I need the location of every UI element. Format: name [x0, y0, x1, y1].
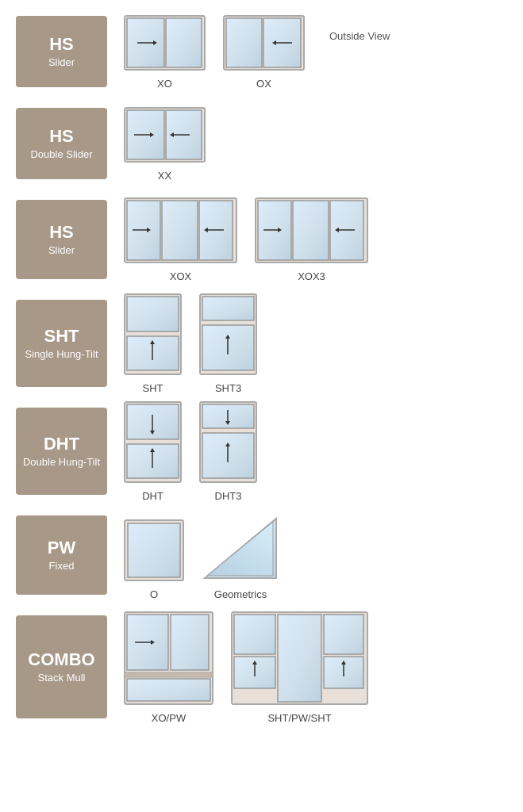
- row-combo: COMBO Stack Mull XO/PW: [16, 607, 507, 726]
- svg-rect-58: [128, 523, 180, 577]
- label-sht: SHT: [143, 382, 163, 394]
- row-sht: SHT Single Hung-Tilt SHT: [16, 292, 507, 395]
- row-hs-slider-3: HS Slider XOX: [16, 192, 507, 287]
- label-sht3: SHT3: [215, 382, 241, 394]
- label-o: O: [150, 588, 158, 600]
- svg-rect-39: [202, 297, 254, 320]
- diagram-sht: SHT: [123, 293, 183, 394]
- svg-rect-21: [162, 201, 198, 260]
- label-hs-slider-3: HS Slider: [16, 200, 107, 279]
- row-pw: PW Fixed O Geometrics: [16, 508, 507, 603]
- label-sub: Double Slider: [30, 148, 92, 162]
- svg-rect-6: [226, 18, 262, 67]
- label-sub: Single Hung-Tilt: [25, 348, 98, 362]
- label-ox: OX: [256, 78, 271, 90]
- window-xox3-svg: [254, 197, 369, 264]
- label-dht: DHT Double Hung-Tilt: [16, 408, 107, 495]
- label-xox: XOX: [170, 270, 191, 282]
- window-dht-svg: [123, 400, 183, 484]
- window-dht3-svg: [198, 400, 258, 484]
- svg-rect-66: [125, 672, 213, 677]
- outside-view-label: Outside View: [329, 14, 390, 42]
- label-main: HS: [49, 126, 74, 147]
- label-geometrics: Geometrics: [214, 588, 267, 600]
- window-sht-svg: [123, 293, 183, 376]
- label-main: PW: [48, 538, 75, 558]
- window-combo-sht-pw-sht-svg: [230, 611, 369, 706]
- diagram-sht3: SHT3: [198, 293, 258, 394]
- diagram-xox: XOX: [123, 197, 238, 282]
- diagrams-dht: DHT DHT3: [107, 400, 507, 502]
- label-main: COMBO: [28, 649, 94, 670]
- diagram-combo-sht-pw-sht: SHT/PW/SHT: [230, 611, 369, 724]
- label-dht: DHT: [142, 490, 163, 502]
- diagram-xx: XX: [123, 106, 206, 182]
- diagrams-sht: SHT SHT3: [107, 293, 507, 394]
- window-xox-svg: [123, 197, 238, 264]
- label-main: SHT: [44, 326, 79, 347]
- svg-rect-29: [293, 201, 329, 260]
- window-xo-svg: [123, 14, 206, 71]
- svg-rect-65: [171, 615, 209, 670]
- diagrams-combo: XO/PW SHT/PW/SHT: [107, 611, 507, 724]
- label-sub: Slider: [48, 56, 75, 70]
- svg-rect-4: [166, 18, 202, 67]
- row-dht: DHT Double Hung-Tilt DHT: [16, 400, 507, 503]
- label-sub: Fixed: [49, 560, 75, 573]
- label-xo: XO: [157, 78, 172, 90]
- label-hs-double-slider: HS Double Slider: [16, 108, 107, 179]
- window-fixed-svg: [123, 519, 185, 582]
- label-combo-sht-pw-sht: SHT/PW/SHT: [267, 712, 331, 724]
- label-sht: SHT Single Hung-Tilt: [16, 300, 107, 387]
- svg-marker-60: [207, 522, 273, 576]
- row-hs-slider: HS Slider XO: [16, 8, 507, 95]
- svg-rect-73: [278, 615, 321, 702]
- label-sub: Slider: [48, 244, 75, 258]
- diagrams-hs-double-slider: XX: [107, 106, 507, 182]
- svg-rect-34: [127, 297, 179, 331]
- svg-rect-67: [127, 679, 210, 701]
- window-combo-xo-pw-svg: [123, 611, 214, 706]
- label-dht3: DHT3: [215, 490, 242, 502]
- label-sub: Double Hung-Tilt: [23, 456, 100, 469]
- label-combo-xo-pw: XO/PW: [152, 712, 186, 724]
- label-sub: Stack Mull: [38, 672, 86, 685]
- window-ox-svg: [222, 14, 306, 71]
- label-combo: COMBO Stack Mull: [16, 615, 107, 718]
- label-hs-slider: HS Slider: [16, 16, 107, 87]
- diagram-dht: DHT: [123, 400, 183, 502]
- diagram-xox3: XOX3: [254, 197, 369, 282]
- diagram-xo: XO: [123, 14, 206, 90]
- diagram-geometric: Geometrics: [201, 511, 280, 600]
- diagram-fixed-o: O: [123, 519, 185, 600]
- label-main: HS: [49, 222, 74, 243]
- diagrams-hs-slider-3: XOX XOX3: [107, 197, 507, 282]
- label-xox3: XOX3: [298, 270, 325, 282]
- diagram-ox: OX: [222, 14, 306, 90]
- svg-rect-69: [234, 615, 275, 654]
- row-hs-double-slider: HS Double Slider XX: [16, 100, 507, 187]
- svg-rect-74: [324, 615, 363, 654]
- diagrams-hs-slider: XO OX Outside View: [107, 14, 507, 90]
- window-geometric-svg: [201, 511, 280, 582]
- label-xx: XX: [158, 170, 171, 182]
- label-main: DHT: [44, 434, 79, 454]
- window-sht3-svg: [198, 293, 258, 376]
- diagram-dht3: DHT3: [198, 400, 258, 502]
- window-xx-svg: [123, 106, 206, 163]
- label-main: HS: [49, 34, 74, 55]
- label-pw: PW Fixed: [16, 515, 107, 595]
- diagrams-pw: O Geometrics: [107, 511, 507, 600]
- diagram-combo-xo-pw: XO/PW: [123, 611, 214, 724]
